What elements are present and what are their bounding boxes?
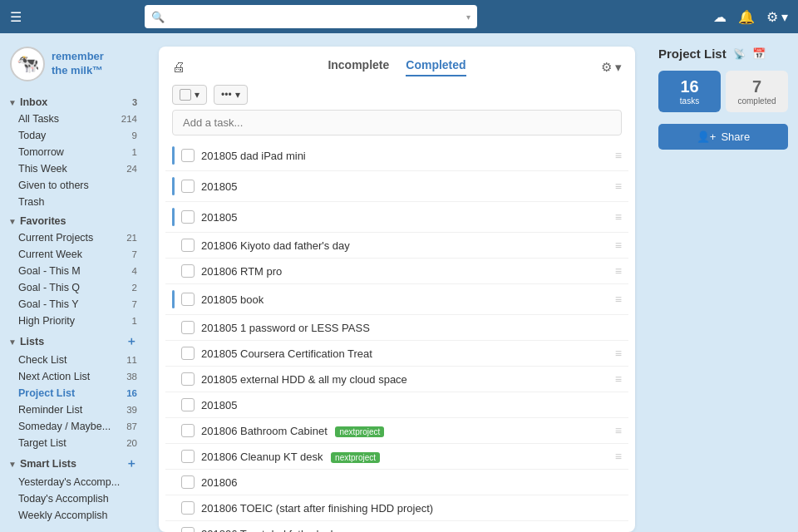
task-row[interactable]: 201806 Trent dad father's day bbox=[165, 521, 628, 532]
drag-handle-icon[interactable]: ≡ bbox=[615, 293, 622, 306]
add-smart-list-button[interactable]: ＋ bbox=[126, 456, 137, 471]
task-checkbox[interactable] bbox=[181, 293, 195, 306]
sidebar-item-goal-this-m[interactable]: Goal - This M 4 bbox=[0, 263, 145, 279]
current-week-label: Current Week bbox=[18, 249, 82, 260]
checkbox-dropdown-button[interactable]: ▾ bbox=[172, 85, 207, 105]
drag-handle-icon[interactable]: ≡ bbox=[615, 347, 622, 360]
task-row[interactable]: 201805 book ≡ bbox=[165, 284, 628, 315]
task-checkbox[interactable] bbox=[181, 372, 195, 386]
sidebar-item-yesterdays-accomp[interactable]: Yesterday's Accomp... bbox=[0, 474, 145, 490]
smart-lists-section-label: Smart Lists bbox=[20, 458, 76, 470]
search-dropdown-icon[interactable]: ▾ bbox=[466, 12, 470, 22]
task-row[interactable]: 201806 Bathroom Cabinet nextproject ≡ bbox=[165, 418, 628, 444]
task-checkbox[interactable] bbox=[181, 501, 195, 515]
task-row[interactable]: 201805 ≡ bbox=[165, 171, 628, 202]
project-list-heading: Project List bbox=[658, 47, 727, 61]
sidebar-section-smart-lists[interactable]: ▼ Smart Lists ＋ bbox=[0, 451, 145, 474]
chevron-down-icon: ▼ bbox=[8, 460, 17, 469]
sidebar-item-target-list[interactable]: Target List 20 bbox=[0, 435, 145, 451]
task-checkbox[interactable] bbox=[181, 450, 195, 463]
print-icon[interactable]: 🖨 bbox=[172, 60, 185, 75]
task-row[interactable]: 201806 Cleanup KT desk nextproject ≡ bbox=[165, 444, 628, 470]
task-checkbox[interactable] bbox=[181, 239, 195, 252]
task-checkbox[interactable] bbox=[181, 475, 195, 489]
tab-completed[interactable]: Completed bbox=[406, 58, 466, 76]
target-list-count: 20 bbox=[126, 438, 137, 448]
task-name: 201805 Coursera Certification Treat bbox=[201, 347, 608, 360]
task-row[interactable]: 201805 external HDD & all my cloud space… bbox=[165, 367, 628, 392]
task-row[interactable]: 201805 dad iPad mini ≡ bbox=[165, 140, 628, 171]
task-name: 201806 RTM pro bbox=[201, 265, 608, 278]
search-input[interactable] bbox=[145, 5, 477, 28]
task-row[interactable]: 201805 bbox=[165, 392, 628, 418]
calendar-icon[interactable]: 📅 bbox=[752, 47, 766, 60]
task-row[interactable]: 201805 1 password or LESS PASS bbox=[165, 315, 628, 341]
sidebar-section-lists[interactable]: ▼ Lists ＋ bbox=[0, 329, 145, 352]
share-button[interactable]: 👤+ Share bbox=[658, 124, 788, 150]
sidebar-section-inbox[interactable]: ▼ Inbox 3 bbox=[0, 91, 145, 111]
task-checkbox[interactable] bbox=[181, 180, 195, 193]
inbox-count: 3 bbox=[132, 97, 137, 107]
sidebar-item-given-to-others[interactable]: Given to others bbox=[0, 177, 145, 194]
task-row[interactable]: 201805 ≡ bbox=[165, 202, 628, 233]
task-row[interactable]: 201805 Coursera Certification Treat ≡ bbox=[165, 341, 628, 367]
task-checkbox[interactable] bbox=[181, 321, 195, 334]
sidebar-item-trash[interactable]: Trash bbox=[0, 194, 145, 210]
bell-icon[interactable]: 🔔 bbox=[738, 9, 755, 25]
task-checkbox[interactable] bbox=[181, 347, 195, 360]
sidebar-item-reminder-list[interactable]: Reminder List 39 bbox=[0, 401, 145, 418]
task-checkbox[interactable] bbox=[181, 527, 195, 532]
hamburger-icon[interactable]: ☰ bbox=[10, 9, 22, 25]
task-checkbox[interactable] bbox=[181, 149, 195, 162]
sidebar-item-next-action-list[interactable]: Next Action List 38 bbox=[0, 368, 145, 385]
sidebar-item-weekly-accomplish[interactable]: Weekly Accomplish bbox=[0, 507, 145, 524]
sidebar-item-this-week[interactable]: This Week 24 bbox=[0, 160, 145, 177]
more-actions-button[interactable]: ••• ▾ bbox=[214, 85, 248, 105]
add-list-button[interactable]: ＋ bbox=[126, 334, 137, 349]
task-row[interactable]: 201806 RTM pro ≡ bbox=[165, 259, 628, 284]
current-projects-count: 21 bbox=[126, 233, 137, 243]
add-task-input[interactable] bbox=[172, 110, 622, 135]
task-row[interactable]: 201806 Kiyoto dad father's day ≡ bbox=[165, 233, 628, 259]
more-icon: ••• bbox=[221, 89, 232, 101]
task-name: 201805 book bbox=[201, 293, 608, 306]
drag-handle-icon[interactable]: ≡ bbox=[615, 180, 622, 193]
sidebar-item-current-projects[interactable]: Current Projects 21 bbox=[0, 229, 145, 246]
drag-handle-icon[interactable]: ≡ bbox=[615, 239, 622, 252]
drag-handle-icon[interactable]: ≡ bbox=[615, 264, 622, 278]
tab-incomplete[interactable]: Incomplete bbox=[328, 58, 389, 76]
drag-handle-icon[interactable]: ≡ bbox=[615, 149, 622, 162]
task-checkbox[interactable] bbox=[181, 264, 195, 278]
top-nav: ☰ 🔍 ▾ ☁ 🔔 ⚙ ▾ bbox=[0, 0, 798, 33]
list-settings-icon[interactable]: ⚙ ▾ bbox=[601, 60, 622, 75]
sidebar-item-todays-accomplish[interactable]: Today's Accomplish bbox=[0, 490, 145, 507]
sidebar-item-check-list[interactable]: Check List 11 bbox=[0, 352, 145, 368]
sidebar-item-tomorrow[interactable]: Tomorrow 1 bbox=[0, 144, 145, 160]
cloud-icon[interactable]: ☁ bbox=[713, 9, 727, 25]
sidebar-item-all-tasks[interactable]: All Tasks 214 bbox=[0, 111, 145, 127]
task-checkbox[interactable] bbox=[181, 398, 195, 411]
drag-handle-icon[interactable]: ≡ bbox=[615, 372, 622, 386]
sidebar-item-current-week[interactable]: Current Week 7 bbox=[0, 246, 145, 263]
sidebar-item-goal-this-y[interactable]: Goal - This Y 7 bbox=[0, 296, 145, 313]
drag-handle-icon[interactable]: ≡ bbox=[615, 424, 622, 437]
content-area: 🖨 Incomplete Completed ⚙ ▾ ▾ ••• ▾ bbox=[145, 33, 648, 532]
sidebar-section-favorites[interactable]: ▼ Favorites bbox=[0, 210, 145, 229]
settings-icon[interactable]: ⚙ ▾ bbox=[766, 9, 788, 25]
next-action-list-label: Next Action List bbox=[18, 371, 90, 382]
task-checkbox[interactable] bbox=[181, 424, 195, 437]
task-checkbox[interactable] bbox=[181, 210, 195, 224]
tasks-stat-label: tasks bbox=[663, 96, 716, 106]
sidebar-item-high-priority[interactable]: High Priority 1 bbox=[0, 313, 145, 329]
sidebar-item-goal-this-q[interactable]: Goal - This Q 2 bbox=[0, 279, 145, 296]
task-row[interactable]: 201806 TOEIC (start after finishing HDD … bbox=[165, 495, 628, 521]
drag-handle-icon[interactable]: ≡ bbox=[615, 450, 622, 463]
top-nav-right: ☁ 🔔 ⚙ ▾ bbox=[713, 9, 788, 25]
goal-this-y-label: Goal - This Y bbox=[18, 298, 79, 310]
task-row[interactable]: 201806 bbox=[165, 470, 628, 495]
drag-handle-icon[interactable]: ≡ bbox=[615, 210, 622, 224]
rss-icon[interactable]: 📡 bbox=[733, 48, 746, 60]
sidebar-item-today[interactable]: Today 9 bbox=[0, 127, 145, 144]
sidebar-item-project-list[interactable]: Project List 16 bbox=[0, 385, 145, 401]
sidebar-item-someday-maybe[interactable]: Someday / Maybe... 87 bbox=[0, 418, 145, 435]
